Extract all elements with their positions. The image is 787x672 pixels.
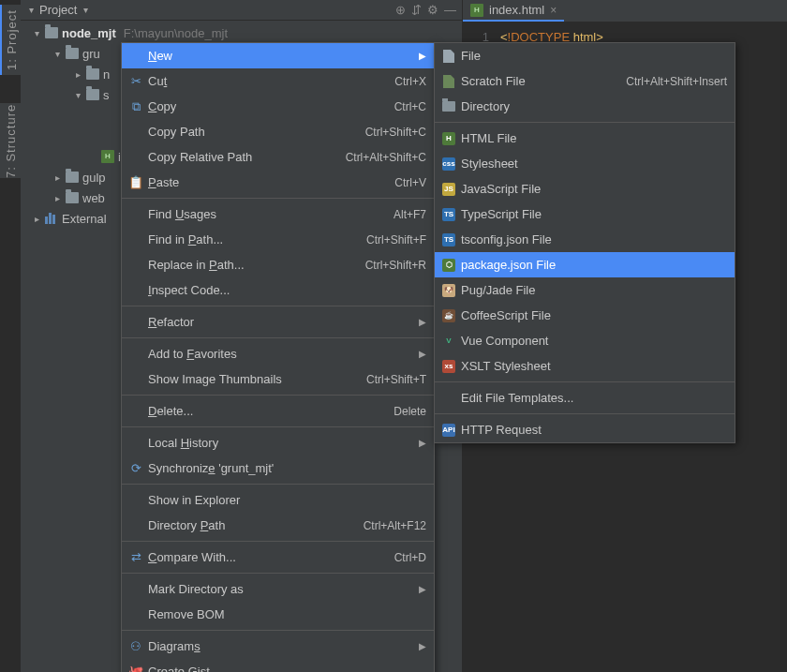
menu-item-coffeescript-file[interactable]: ☕CoffeeScript File — [435, 303, 735, 328]
menu-item-mark-directory-as[interactable]: Mark Directory as▶ — [122, 576, 434, 602]
menu-item-vue-component[interactable]: VVue Component — [435, 328, 735, 353]
editor-tab[interactable]: H index.html × — [463, 0, 564, 22]
folder-icon — [66, 192, 79, 203]
menu-item-label: Show in Explorer — [148, 493, 240, 507]
menu-item-label: Delete... — [148, 404, 193, 418]
menu-item-local-history[interactable]: Local History▶ — [122, 430, 434, 455]
menu-item-replace-in-path[interactable]: Replace in Path...Ctrl+Shift+R — [122, 252, 434, 277]
menu-item-package-json-file[interactable]: ⬡package.json File — [435, 252, 735, 277]
menu-item-label: Replace in Path... — [148, 258, 245, 272]
menu-item-label: Copy Path — [148, 125, 205, 139]
menu-item-label: New — [148, 49, 172, 63]
html-icon: H — [442, 132, 455, 145]
menu-item-find-in-path[interactable]: Find in Path...Ctrl+Shift+F — [122, 227, 434, 252]
menu-item-label: Create Gist... — [148, 665, 220, 672]
menu-item-scratch-file[interactable]: Scratch FileCtrl+Alt+Shift+Insert — [435, 68, 735, 94]
folder-icon — [442, 101, 455, 112]
menu-item-directory-path[interactable]: Directory PathCtrl+Alt+F12 — [122, 513, 434, 538]
chevron-right-icon: ▶ — [419, 349, 426, 359]
menu-item-inspect-code[interactable]: Inspect Code... — [122, 277, 434, 303]
close-icon[interactable]: × — [550, 4, 557, 17]
menu-item-label: HTTP Request — [461, 423, 542, 437]
menu-item-directory[interactable]: Directory — [435, 94, 735, 119]
menu-item-edit-file-templates[interactable]: Edit File Templates... — [435, 385, 735, 411]
context-menu: New▶✂CutCtrl+X⧉CopyCtrl+CCopy PathCtrl+S… — [121, 42, 435, 672]
menu-item-typescript-file[interactable]: TSTypeScript File — [435, 202, 735, 227]
menu-item-pug-jade-file[interactable]: 🐶Pug/Jade File — [435, 277, 735, 303]
menu-item-label: TypeScript File — [461, 207, 542, 221]
menu-separator — [122, 541, 434, 542]
chevron-right-icon: ▶ — [419, 51, 426, 61]
menu-item-stylesheet[interactable]: cssStylesheet — [435, 151, 735, 176]
new-submenu: FileScratch FileCtrl+Alt+Shift+InsertDir… — [434, 42, 735, 443]
menu-item-label: Refactor — [148, 315, 194, 329]
tree-root[interactable]: ▾ node_mjt F:\mayun\node_mjt — [21, 22, 462, 43]
target-icon[interactable]: ⊕ — [395, 3, 406, 17]
gear-icon[interactable]: ⚙ — [427, 3, 438, 17]
menu-item-xslt-stylesheet[interactable]: xsXSLT Stylesheet — [435, 353, 735, 379]
tree-item-label: web — [82, 191, 105, 205]
menu-item-create-gist[interactable]: 🐙Create Gist... — [122, 659, 434, 672]
chevron-right-icon: ▶ — [419, 438, 426, 448]
menu-item-label: Find Usages — [148, 207, 216, 221]
paste-icon: 📋 — [128, 175, 143, 189]
tree-item-path: F:\mayun\node_mjt — [124, 26, 228, 40]
menu-item-diagrams[interactable]: ⚇Diagrams▶ — [122, 634, 434, 659]
diff-icon: ⇄ — [131, 550, 141, 564]
menu-item-label: Remove BOM — [148, 607, 225, 621]
menu-item-label: Mark Directory as — [148, 582, 244, 596]
menu-item-html-file[interactable]: HHTML File — [435, 126, 735, 151]
menu-item-label: tsconfig.json File — [461, 232, 552, 246]
menu-item-file[interactable]: File — [435, 43, 735, 68]
menu-item-show-in-explorer[interactable]: Show in Explorer — [122, 487, 434, 513]
cs-icon: ☕ — [442, 309, 455, 322]
menu-item-javascript-file[interactable]: JSJavaScript File — [435, 176, 735, 202]
css-icon: css — [442, 157, 455, 171]
menu-item-label: Compare With... — [148, 550, 236, 564]
menu-shortcut: Ctrl+V — [394, 176, 426, 189]
side-tab-project[interactable]: 1: Project — [0, 5, 21, 75]
menu-item-copy-path[interactable]: Copy PathCtrl+Shift+C — [122, 119, 434, 144]
menu-item-delete[interactable]: Delete...Delete — [122, 398, 434, 424]
menu-shortcut: Ctrl+X — [394, 75, 426, 88]
project-panel-header: ▾Project▾ ⊕ ⇵ ⚙ — — [21, 0, 462, 21]
menu-shortcut: Delete — [394, 405, 426, 418]
menu-item-add-to-favorites[interactable]: Add to Favorites▶ — [122, 341, 434, 366]
menu-item-new[interactable]: New▶ — [122, 43, 434, 68]
menu-item-remove-bom[interactable]: Remove BOM — [122, 602, 434, 627]
menu-item-synchronize-grunt-mjt[interactable]: ⟳Synchronize 'grunt_mjt' — [122, 455, 434, 481]
menu-item-label: Pug/Jade File — [461, 283, 536, 297]
menu-item-refactor[interactable]: Refactor▶ — [122, 309, 434, 335]
menu-item-label: Copy Relative Path — [148, 150, 252, 164]
menu-item-cut[interactable]: ✂CutCtrl+X — [122, 68, 434, 94]
menu-shortcut: Ctrl+Shift+R — [365, 259, 426, 272]
menu-item-label: Diagrams — [148, 639, 200, 653]
menu-item-show-image-thumbnails[interactable]: Show Image ThumbnailsCtrl+Shift+T — [122, 366, 434, 392]
tree-item-label: s — [103, 88, 110, 102]
xslt-icon: xs — [442, 360, 455, 373]
side-tab-structure[interactable]: 7: Structure — [0, 103, 21, 178]
folder-icon — [86, 89, 99, 100]
menu-item-find-usages[interactable]: Find UsagesAlt+F7 — [122, 202, 434, 227]
menu-item-tsconfig-json-file[interactable]: TStsconfig.json File — [435, 227, 735, 252]
hide-icon[interactable]: — — [444, 3, 456, 17]
menu-shortcut: Ctrl+Alt+Shift+C — [346, 151, 426, 164]
menu-item-paste[interactable]: 📋PasteCtrl+V — [122, 170, 434, 195]
menu-item-http-request[interactable]: APIHTTP Request — [435, 417, 735, 442]
menu-item-compare-with[interactable]: ⇄Compare With...Ctrl+D — [122, 545, 434, 570]
chevron-right-icon: ▶ — [419, 584, 426, 594]
chevron-down-icon[interactable]: ▾ — [81, 5, 90, 15]
menu-shortcut: Ctrl+Shift+C — [365, 126, 426, 139]
menu-item-copy-relative-path[interactable]: Copy Relative PathCtrl+Alt+Shift+C — [122, 144, 434, 170]
cut-icon: ✂ — [131, 74, 141, 88]
chevron-down-icon[interactable]: ▾ — [26, 5, 36, 15]
menu-item-copy[interactable]: ⧉CopyCtrl+C — [122, 94, 434, 119]
menu-shortcut: Alt+F7 — [394, 208, 426, 221]
menu-shortcut: Ctrl+Shift+F — [366, 233, 426, 246]
editor-tabs: H index.html × — [463, 0, 787, 22]
chevron-right-icon: ▶ — [419, 317, 426, 327]
menu-separator — [122, 426, 434, 427]
html-file-icon: H — [101, 150, 114, 163]
menu-separator — [122, 484, 434, 485]
collapse-icon[interactable]: ⇵ — [411, 3, 422, 17]
